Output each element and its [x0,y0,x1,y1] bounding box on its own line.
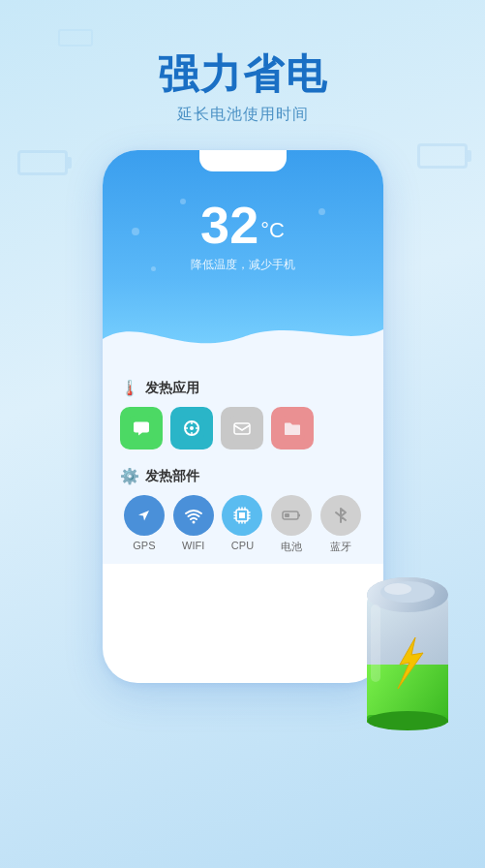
svg-rect-9 [239,512,245,518]
thermometer-icon: 🌡️ [120,379,139,397]
gear-icon: ⚙️ [120,467,139,485]
component-wifi[interactable]: WIFI [173,495,214,551]
cpu-icon [222,495,262,536]
phone-notch [199,150,287,171]
battery-label: 电池 [281,540,302,554]
battery-icon [271,495,312,536]
bg-battery-decoration-left [17,150,68,175]
svg-rect-21 [371,604,380,682]
gps-label: GPS [133,540,155,551]
component-battery[interactable]: 电池 [271,495,312,554]
header: 强力省电 延长电池使用时间 [0,0,485,125]
phone-bottom-section: 🌡️ 发热应用 [103,363,383,564]
temperature-unit: °C [260,218,285,242]
component-bluetooth[interactable]: 蓝牙 [320,495,361,554]
component-icons-row: GPS WIFI [120,495,366,554]
svg-point-7 [192,521,195,524]
hot-apps-label: 发热应用 [145,380,199,397]
app-icon-folder[interactable] [271,407,314,450]
battery-3d-illustration [311,558,475,752]
component-cpu[interactable]: CPU [222,495,262,551]
wifi-icon [173,495,214,536]
cpu-label: CPU [231,540,254,551]
component-gps[interactable]: GPS [124,495,165,551]
app-icon-mail[interactable] [221,407,263,450]
app-icon-messages[interactable] [120,407,163,450]
svg-point-22 [367,711,448,730]
wifi-label: WIFI [182,540,204,551]
svg-point-3 [190,426,194,430]
svg-rect-11 [298,514,300,517]
temperature-value: 32 [200,199,258,251]
svg-point-20 [384,583,411,595]
phone-top-section: 32°C 降低温度，减少手机 [103,150,383,363]
hot-apps-section-label: 🌡️ 发热应用 [120,379,366,397]
wave-divider [103,310,383,363]
hot-components-label: 发热部件 [145,468,199,485]
bluetooth-label: 蓝牙 [330,540,351,554]
header-subtitle: 延长电池使用时间 [0,105,485,125]
svg-rect-12 [285,513,289,517]
bg-battery-decoration-right [417,143,468,169]
gps-icon [124,495,165,536]
hot-components-section-label: ⚙️ 发热部件 [120,467,366,485]
svg-rect-4 [229,416,255,441]
hot-apps-row [120,407,366,450]
app-icon-compass[interactable] [170,407,213,450]
header-title: 强力省电 [0,50,485,99]
bluetooth-icon [320,495,361,536]
temperature-description: 降低温度，减少手机 [103,257,383,273]
